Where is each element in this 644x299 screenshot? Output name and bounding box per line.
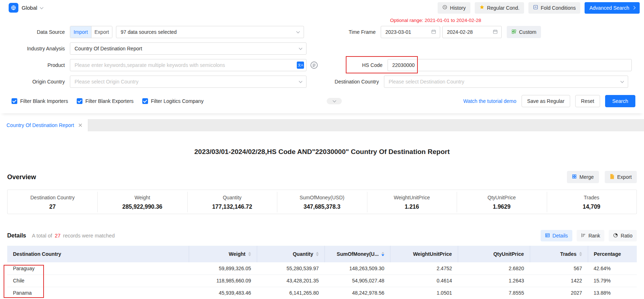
chevron-down-icon bbox=[332, 99, 336, 103]
total-suffix: records were matched bbox=[63, 233, 115, 239]
pie-chart-icon bbox=[613, 233, 618, 239]
product-input[interactable] bbox=[70, 59, 307, 71]
filter-logistics-company-checkbox[interactable]: Filter Logitics Company bbox=[142, 98, 204, 104]
stat-weight: Weight 285,922,990.36 bbox=[97, 194, 187, 210]
filter-blank-exporters-checkbox[interactable]: Filter Blank Exporters bbox=[77, 98, 134, 104]
origin-country-label: Origin Country bbox=[9, 79, 70, 85]
filter-blank-importers-checkbox[interactable]: Filter Blank Importers bbox=[12, 98, 68, 104]
history-button[interactable]: History bbox=[438, 2, 470, 14]
date-end-input[interactable]: 2024-02-28 bbox=[442, 26, 502, 38]
view-rank-button[interactable]: Rank bbox=[577, 230, 605, 241]
form-row-product-hscode: Product 文A HS Code bbox=[9, 59, 635, 72]
col-weight-sortable[interactable]: Weight bbox=[189, 246, 257, 262]
region-selector[interactable]: Global bbox=[9, 3, 43, 13]
export-label: Export bbox=[617, 174, 632, 180]
reset-button[interactable]: Reset bbox=[575, 95, 600, 107]
col-weight-unit-price: WeightUnitPrice bbox=[390, 246, 458, 262]
cell-weight-unit-price: 2.4752 bbox=[390, 262, 458, 275]
filter-logistics-company-label: Filter Logitics Company bbox=[151, 98, 204, 104]
total-prefix: A total of bbox=[32, 233, 52, 239]
filter-blank-exporters-label: Filter Blank Exporters bbox=[85, 98, 134, 104]
cell-weight: 59,899,326.05 bbox=[189, 262, 257, 275]
collapse-form-button[interactable] bbox=[327, 98, 342, 104]
fold-panel-icon bbox=[533, 5, 538, 11]
sort-icon bbox=[248, 252, 251, 256]
table-icon bbox=[545, 233, 550, 239]
destination-country-placeholder: Please select Destination Country bbox=[389, 79, 621, 85]
filter-blank-importers-label: Filter Blank Importers bbox=[20, 98, 68, 104]
search-form: Optional range: 2021-01-01 to 2024-02-28… bbox=[0, 15, 644, 113]
cell-country: Paraguay bbox=[7, 262, 189, 275]
date-start-value: 2023-03-01 bbox=[385, 29, 411, 35]
stat-qty-unit-price: QtyUnitPrice 1.9629 bbox=[457, 194, 546, 210]
chevron-down-icon bbox=[299, 80, 303, 83]
origin-country-select[interactable]: Please select Origin Country bbox=[70, 76, 307, 88]
date-end-value: 2024-02-28 bbox=[447, 29, 473, 35]
stat-weight-unit-price: WeightUnitPrice 1.216 bbox=[367, 194, 457, 210]
cell-qty-unit-price: 2.6820 bbox=[458, 262, 530, 275]
stat-sum-of-money: SumOfMoney(USD) 347,685,378.3 bbox=[277, 194, 367, 210]
view-ratio-button[interactable]: Ratio bbox=[609, 230, 637, 241]
destination-country-select[interactable]: Please select Destination Country bbox=[384, 76, 628, 88]
details-header: Details A total of27records were matched… bbox=[7, 230, 637, 241]
advanced-search-button[interactable]: Advanced Search bbox=[585, 2, 640, 14]
topbar: Global History Regular Cond. Fold Condit… bbox=[0, 0, 644, 15]
industry-analysis-select[interactable]: Country Of Destination Report bbox=[70, 42, 307, 55]
destination-country-label: Destination Country bbox=[307, 79, 384, 85]
table-row[interactable]: Chile 118,985,660.09 43,428,201.35 54,90… bbox=[7, 275, 637, 287]
import-toggle[interactable]: Import bbox=[70, 26, 91, 38]
form-row-countries: Origin Country Please select Origin Coun… bbox=[9, 75, 635, 88]
hs-code-input[interactable] bbox=[388, 59, 632, 71]
stat-value: 14,709 bbox=[547, 204, 636, 210]
form-actions: Watch the tutorial demo Save as Regular … bbox=[463, 95, 635, 107]
tab-country-of-destination-report[interactable]: Country Of Destination Report bbox=[0, 119, 88, 131]
stat-trades: Trades 14,709 bbox=[547, 194, 636, 210]
save-as-regular-button[interactable]: Save as Regular bbox=[522, 95, 571, 107]
data-source-value: 97 data sources selected bbox=[121, 29, 297, 35]
custom-label: Custom bbox=[519, 29, 536, 35]
chevron-down-icon bbox=[621, 80, 624, 83]
view-rank-label: Rank bbox=[589, 233, 600, 239]
stat-quantity: Quantity 177,132,146.72 bbox=[187, 194, 277, 210]
region-label: Global bbox=[22, 5, 37, 11]
overview-actions: Merge Export bbox=[567, 171, 637, 183]
sort-icon-active bbox=[381, 252, 384, 256]
regular-cond-button[interactable]: Regular Cond. bbox=[475, 2, 524, 14]
total-count: 27 bbox=[55, 233, 61, 239]
fold-conditions-button[interactable]: Fold Conditions bbox=[528, 2, 580, 14]
form-row-data-source: Data Source Import Export 97 data source… bbox=[9, 26, 635, 38]
translate-icon[interactable]: 文A bbox=[297, 62, 304, 69]
stat-label: Trades bbox=[547, 195, 636, 200]
import-export-toggle: Import Export bbox=[70, 26, 112, 38]
export-button[interactable]: Export bbox=[605, 171, 637, 183]
table-row[interactable]: Panama 45,939,483.46 6,141,265.80 48,242… bbox=[7, 287, 637, 299]
custom-range-button[interactable]: Custom bbox=[507, 26, 541, 38]
stat-label: Weight bbox=[97, 195, 187, 200]
column-label: Trades bbox=[560, 251, 576, 257]
col-trades-sortable[interactable]: Trades bbox=[530, 246, 588, 262]
data-source-label: Data Source bbox=[9, 29, 70, 35]
table-row[interactable]: Paraguay 59,899,326.05 55,280,539.97 148… bbox=[7, 262, 637, 275]
col-quantity-sortable[interactable]: Quantity bbox=[257, 246, 325, 262]
merge-button[interactable]: Merge bbox=[567, 171, 599, 183]
tutorial-demo-link[interactable]: Watch the tutorial demo bbox=[463, 98, 516, 104]
details-count-text: A total of27records were matched bbox=[32, 233, 115, 239]
cell-sum-of-money: 148,263,509.30 bbox=[325, 262, 390, 275]
close-icon[interactable] bbox=[79, 123, 82, 127]
data-source-select[interactable]: 97 data sources selected bbox=[116, 26, 304, 38]
column-label: Quantity bbox=[293, 251, 313, 257]
circled-menu-icon[interactable] bbox=[310, 61, 318, 69]
view-details-button[interactable]: Details bbox=[541, 230, 572, 241]
overview-header: Overview Merge Export bbox=[7, 171, 637, 183]
col-sum-of-money-sortable[interactable]: SumOfMoney(U... bbox=[325, 246, 390, 262]
export-toggle[interactable]: Export bbox=[91, 26, 112, 38]
table-header-row: Destination Country Weight Quantity SumO… bbox=[7, 246, 637, 262]
search-button[interactable]: Search bbox=[605, 95, 635, 107]
hs-code-label: HS Code bbox=[318, 62, 388, 68]
date-start-input[interactable]: 2023-03-01 bbox=[381, 26, 440, 38]
tab-bar: Country Of Destination Report bbox=[0, 119, 644, 131]
stat-label: SumOfMoney(USD) bbox=[277, 195, 367, 200]
calendar-icon bbox=[431, 29, 436, 35]
stat-value: 177,132,146.72 bbox=[187, 204, 277, 210]
regular-cond-label: Regular Cond. bbox=[487, 5, 519, 11]
